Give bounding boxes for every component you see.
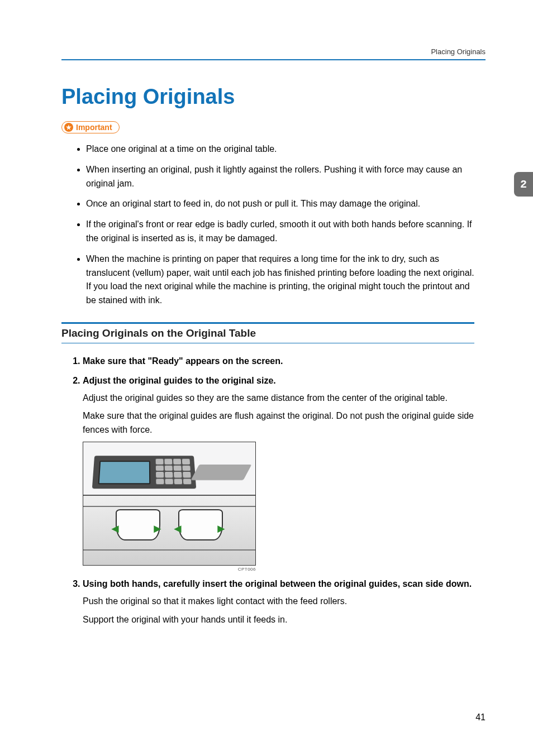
- figure-illustration: ◄ ► ◄ ►: [83, 442, 256, 566]
- step-body: Push the original so that it makes light…: [83, 595, 474, 609]
- figure-caption: CPT006: [83, 567, 256, 572]
- steps-list: Make sure that "Ready" appears on the sc…: [61, 355, 474, 626]
- figure: ◄ ► ◄ ► CPT006: [83, 442, 256, 572]
- header-rule: [61, 59, 486, 60]
- keypad-graphic: [156, 459, 192, 485]
- important-badge: ★ Important: [61, 121, 120, 133]
- screen-graphic: [98, 461, 151, 484]
- important-item: When inserting an original, push it ligh…: [86, 163, 474, 191]
- important-item: If the original's front or rear edge is …: [86, 218, 474, 246]
- star-icon: ★: [64, 123, 73, 132]
- step-body: Support the original with your hands unt…: [83, 613, 474, 627]
- step-body: Make sure that the original guides are f…: [83, 409, 474, 437]
- arrow-right-icon: ►: [151, 521, 164, 536]
- chapter-tab: 2: [514, 172, 533, 197]
- step-body: Adjust the original guides so they are t…: [83, 391, 474, 405]
- rail-graphic: [83, 506, 255, 507]
- step-head: Make sure that "Ready" appears on the sc…: [83, 355, 474, 369]
- section-rule-top: [61, 322, 474, 324]
- step-item: Using both hands, carefully insert the o…: [83, 577, 474, 626]
- step-head: Using both hands, carefully insert the o…: [83, 577, 474, 591]
- section-heading-wrap: Placing Originals on the Original Table: [61, 322, 474, 343]
- step-item: Adjust the original guides to the origin…: [83, 374, 474, 572]
- important-item: When the machine is printing on paper th…: [86, 252, 474, 308]
- page: Placing Originals 2 Placing Originals ★ …: [0, 0, 533, 756]
- page-number: 41: [475, 712, 486, 722]
- important-label: Important: [76, 122, 112, 132]
- content-area: Placing Originals ★ Important Place one …: [61, 85, 486, 626]
- rail-graphic: [83, 549, 255, 551]
- important-item: Once an original start to feed in, do no…: [86, 197, 474, 211]
- arrow-right-icon: ►: [215, 521, 227, 536]
- side-panel-graphic: [191, 465, 252, 480]
- arrow-left-icon: ◄: [172, 521, 184, 536]
- important-item: Place one original at a time on the orig…: [86, 142, 474, 156]
- control-panel-graphic: [92, 456, 196, 489]
- running-head: Placing Originals: [61, 47, 486, 56]
- section-heading: Placing Originals on the Original Table: [61, 327, 474, 339]
- section-rule-bottom: [61, 343, 474, 343]
- arrow-left-icon: ◄: [109, 521, 121, 536]
- step-item: Make sure that "Ready" appears on the sc…: [83, 355, 474, 369]
- page-title: Placing Originals: [61, 85, 474, 109]
- step-head: Adjust the original guides to the origin…: [83, 374, 474, 388]
- important-list: Place one original at a time on the orig…: [61, 142, 474, 308]
